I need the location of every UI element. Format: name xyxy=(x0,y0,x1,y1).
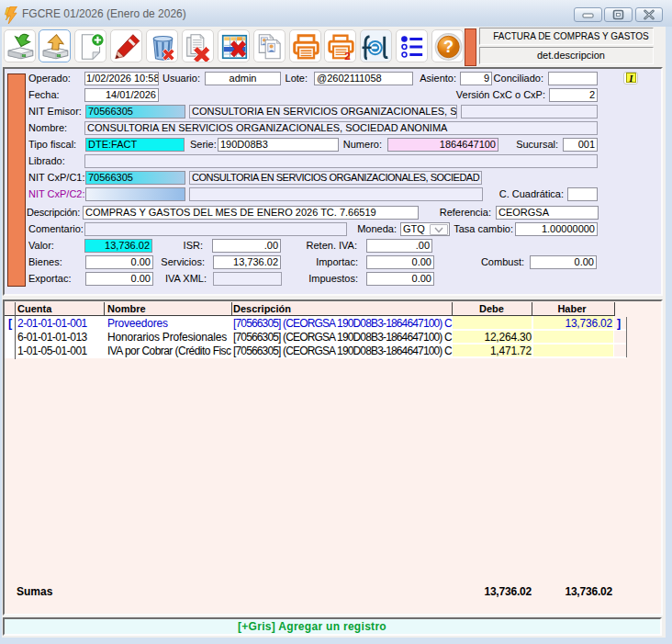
svg-text:?: ? xyxy=(443,38,454,56)
svg-text:2: 2 xyxy=(344,50,351,62)
